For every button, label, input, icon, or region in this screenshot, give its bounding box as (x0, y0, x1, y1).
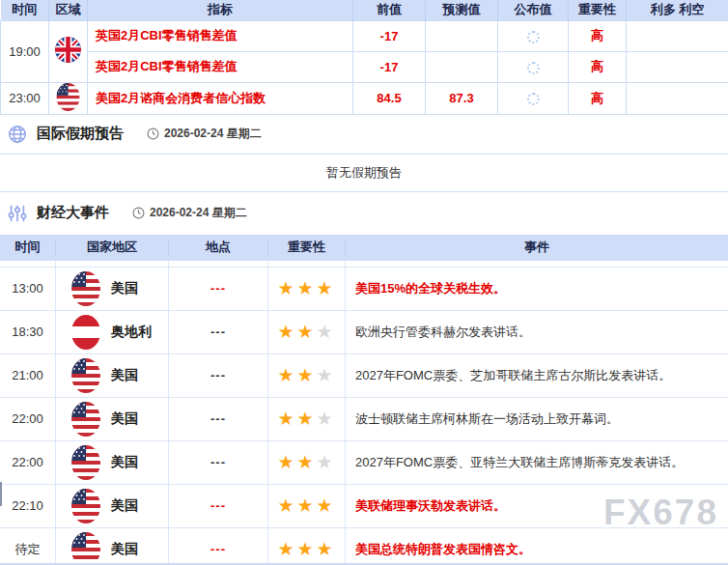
country-name: 美国 (111, 410, 138, 428)
event-text[interactable]: 2027年FOMC票委、芝加哥联储主席古尔斯比发表讲话。 (346, 354, 728, 398)
col-country: 国家地区 (56, 239, 169, 256)
event-time: 22:10 (0, 485, 56, 528)
country-name: 美国 (111, 497, 138, 515)
clock-icon (132, 207, 145, 219)
us-flag-icon (71, 445, 100, 480)
econ-row[interactable]: 19:00 英国2月CBI零售销售差值 -17 高 (1, 20, 728, 51)
sliders-icon (7, 203, 28, 224)
econ-row[interactable]: 23:00 美国2月谘商会消费者信心指数 84.5 87.3 高 (1, 82, 728, 114)
econ-indicator[interactable]: 英国2月CBI零售销售差值 (88, 51, 353, 82)
globe-icon (7, 124, 28, 145)
econ-time: 23:00 (1, 82, 49, 114)
events-section-header: 财经大事件 2026-02-24 星期二 (0, 192, 728, 235)
event-location: --- (169, 528, 268, 565)
event-location: --- (169, 398, 268, 441)
event-location: --- (169, 441, 268, 485)
col-forecast: 预测值 (426, 0, 498, 20)
event-row[interactable]: 13:00 美国 --- ★★★ 美国15%的全球关税生效。 (0, 268, 728, 311)
event-text[interactable]: 美国总统特朗普发表国情咨文。 (346, 528, 728, 565)
event-time: 待定 (0, 528, 56, 565)
col-published: 公布值 (498, 0, 569, 20)
col-importance: 重要性 (268, 239, 346, 256)
econ-row[interactable]: 英国2月CBI零售销售差值 -17 高 (1, 51, 728, 82)
events-table: 时间 国家地区 地点 重要性 事件 13:00 美国 --- ★★★ 美国15%… (0, 235, 728, 565)
clipped-row (0, 261, 728, 268)
loading-spinner-icon (527, 62, 540, 74)
event-row[interactable]: 22:00 美国 --- ★★★ 2027年FOMC票委、亚特兰大联储主席博斯蒂… (0, 441, 728, 485)
econ-previous: 84.5 (353, 82, 426, 114)
event-location: --- (169, 311, 268, 354)
loading-spinner-icon (527, 93, 540, 105)
event-time: 21:00 (0, 354, 56, 398)
importance-stars: ★★★ (268, 528, 346, 565)
scrollbar-indicator[interactable] (0, 482, 2, 506)
us-flag-icon (71, 532, 100, 565)
econ-forecast (426, 51, 498, 82)
country-name: 美国 (111, 367, 138, 384)
event-time: 13:00 (0, 268, 56, 311)
country-name: 美国 (111, 454, 138, 471)
holiday-section-header: 国际假期预告 2026-02-24 星期二 (0, 115, 728, 154)
clock-icon (147, 127, 159, 140)
event-location: --- (169, 354, 268, 398)
us-flag-icon (71, 489, 100, 523)
importance-stars: ★★★ (268, 398, 346, 441)
event-row[interactable]: 18:30 奥地利 --- ★★★ 欧洲央行管委科赫尔发表讲话。 (0, 311, 728, 354)
econ-header-row: 时间 区域 指标 前值 预测值 公布值 重要性 利多 利空 (1, 0, 728, 20)
event-text[interactable]: 欧洲央行管委科赫尔发表讲话。 (346, 311, 728, 354)
col-importance: 重要性 (569, 0, 627, 20)
col-event: 事件 (346, 239, 728, 256)
econ-indicator[interactable]: 美国2月谘商会消费者信心指数 (88, 82, 353, 114)
event-row[interactable]: 待定 美国 --- ★★★ 美国总统特朗普发表国情咨文。 (0, 528, 728, 565)
event-time: 18:30 (0, 311, 56, 354)
event-row[interactable]: 22:10 美国 --- ★★★ 美联储理事沃勒发表讲话。 (0, 485, 728, 528)
uk-flag-icon (55, 37, 81, 63)
econ-forecast: 87.3 (426, 82, 498, 114)
us-flag-icon (71, 358, 100, 393)
us-flag-icon (71, 271, 100, 306)
importance-stars: ★★★ (268, 354, 346, 398)
event-text[interactable]: 波士顿联储主席柯林斯在一场活动上致开幕词。 (346, 398, 728, 441)
econ-bull-bear (627, 20, 728, 51)
econ-bull-bear (627, 51, 728, 82)
events-header-row: 时间 国家地区 地点 重要性 事件 (0, 235, 728, 261)
event-row[interactable]: 22:00 美国 --- ★★★ 波士顿联储主席柯林斯在一场活动上致开幕词。 (0, 398, 728, 441)
col-region: 区域 (49, 0, 88, 20)
col-time: 时间 (1, 0, 49, 20)
event-time: 22:00 (0, 441, 56, 485)
event-text[interactable]: 美联储理事沃勒发表讲话。 (346, 485, 728, 528)
econ-importance: 高 (569, 51, 627, 82)
importance-stars: ★★★ (268, 485, 346, 528)
col-indicator: 指标 (88, 0, 353, 20)
economic-indicator-table: 时间 区域 指标 前值 预测值 公布值 重要性 利多 利空 19:00 英国2月… (0, 0, 728, 115)
importance-stars: ★★★ (268, 441, 346, 485)
event-time: 22:00 (0, 398, 56, 441)
austria-flag-icon (71, 315, 100, 350)
importance-stars: ★★★ (268, 311, 346, 354)
event-location: --- (169, 268, 268, 311)
col-location: 地点 (169, 239, 268, 256)
us-flag-icon (71, 402, 100, 437)
country-name: 奥地利 (111, 324, 152, 341)
us-flag-icon (56, 83, 80, 111)
loading-spinner-icon (527, 31, 540, 43)
econ-indicator[interactable]: 英国2月CBI零售销售差值 (88, 20, 353, 51)
country-name: 美国 (111, 541, 138, 558)
holiday-section-title: 国际假期预告 (37, 125, 124, 143)
col-bull-bear: 利多 利空 (627, 0, 728, 20)
econ-importance: 高 (569, 82, 627, 114)
event-location: --- (169, 485, 268, 528)
econ-bull-bear (627, 82, 728, 114)
col-time: 时间 (0, 239, 56, 256)
econ-time: 19:00 (1, 20, 49, 82)
holiday-date: 2026-02-24 星期二 (147, 126, 262, 142)
col-previous: 前值 (353, 0, 426, 20)
econ-previous: -17 (353, 51, 426, 82)
econ-forecast (426, 20, 498, 51)
event-text[interactable]: 美国15%的全球关税生效。 (346, 268, 728, 311)
event-text[interactable]: 2027年FOMC票委、亚特兰大联储主席博斯蒂克发表讲话。 (346, 441, 728, 485)
econ-importance: 高 (569, 20, 627, 51)
country-name: 美国 (111, 280, 138, 297)
event-row[interactable]: 21:00 美国 --- ★★★ 2027年FOMC票委、芝加哥联储主席古尔斯比… (0, 354, 728, 398)
econ-previous: -17 (353, 20, 426, 51)
